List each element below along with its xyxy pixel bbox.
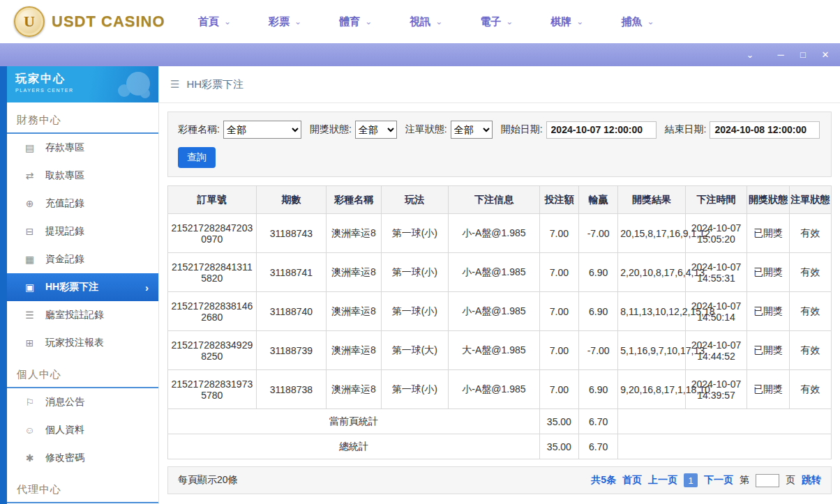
cell-lottery: 澳洲幸运8 bbox=[327, 292, 381, 331]
lottery-name-label: 彩種名稱: bbox=[178, 123, 220, 136]
pagination: 共5条 首页 上一页 1 下一页 第 页 跳转 bbox=[591, 473, 821, 487]
cell-period: 31188738 bbox=[256, 370, 327, 409]
lottery-name-select[interactable]: 全部 bbox=[223, 121, 301, 139]
withdraw-icon: ⇄ bbox=[24, 170, 36, 181]
sidebar-item-withdraw-record[interactable]: ⊟ 提現記錄 bbox=[7, 217, 158, 245]
next-page-link[interactable]: 下一页 bbox=[704, 474, 733, 487]
nav-item-live-video[interactable]: 視訊 ⌄ bbox=[410, 15, 442, 29]
sidebar-item-withdraw[interactable]: ⇄ 取款專區 bbox=[7, 162, 158, 190]
page-summary-winloss: 6.70 bbox=[579, 409, 618, 434]
sidebar: 玩家中心 PLAYERS CENTER 財務中心 ▤ 存款專區 ⇄ 取款專區 ⊕… bbox=[7, 66, 159, 504]
first-page-link[interactable]: 首页 bbox=[622, 474, 642, 487]
cell-bet-status: 有效 bbox=[789, 331, 831, 370]
total-summary-row: 總統計 35.00 6.70 bbox=[168, 434, 832, 459]
recharge-record-icon: ⊕ bbox=[24, 198, 36, 209]
top-bar: U USDT CASINO 首頁 ⌄ 彩票 ⌄ 體育 ⌄ 視訊 ⌄ 電子 ⌄ 棋… bbox=[0, 0, 840, 43]
col-amount: 投注額 bbox=[539, 186, 578, 214]
sidebar-item-recharge-record[interactable]: ⊕ 充值記錄 bbox=[7, 190, 158, 217]
total-summary-amount: 35.00 bbox=[539, 434, 578, 459]
cell-amount: 7.00 bbox=[539, 292, 578, 331]
cell-winloss: -7.00 bbox=[579, 331, 618, 370]
brand-logo[interactable]: U USDT CASINO bbox=[14, 6, 177, 37]
sidebar-item-profile[interactable]: ☺ 個人資料 bbox=[7, 416, 158, 444]
cell-bet-info: 小-A盤@1.985 bbox=[449, 370, 540, 409]
sidebar-item-player-bet-report[interactable]: ⊞ 玩家投注報表 bbox=[7, 329, 158, 357]
cell-bet-status: 有效 bbox=[789, 214, 831, 253]
nav-item-slots[interactable]: 電子 ⌄ bbox=[480, 15, 513, 29]
cell-play: 第一球(小) bbox=[381, 370, 449, 409]
nav-item-fishing[interactable]: 捕魚 ⌄ bbox=[621, 15, 654, 29]
bet-status-label: 注單狀態: bbox=[405, 123, 447, 136]
chevron-down-icon: ⌄ bbox=[506, 17, 513, 26]
page-jump-input[interactable] bbox=[756, 474, 779, 487]
col-bet-status: 注單狀態 bbox=[789, 186, 831, 214]
nav-item-lottery[interactable]: 彩票 ⌄ bbox=[269, 15, 301, 29]
sidebar-item-room-bet-record[interactable]: ☰ 廳室投註記錄 bbox=[7, 301, 158, 329]
chevron-down-icon: ⌄ bbox=[647, 17, 654, 26]
cell-amount: 7.00 bbox=[539, 214, 578, 253]
cell-order-id: 2152172828381462680 bbox=[168, 292, 257, 331]
nav-item-home[interactable]: 首頁 ⌄ bbox=[198, 15, 231, 29]
sidebar-item-hh-lottery-bets[interactable]: ▣ HH彩票下注 › bbox=[7, 273, 158, 301]
casino-logo-icon: U bbox=[14, 6, 45, 37]
close-icon[interactable]: ✕ bbox=[819, 49, 832, 60]
nav-item-label: 視訊 bbox=[410, 15, 430, 29]
cell-amount: 7.00 bbox=[539, 331, 578, 370]
table-row: 2152172828349298250 31188739 澳洲幸运8 第一球(大… bbox=[168, 331, 832, 370]
cell-lottery: 澳洲幸运8 bbox=[327, 331, 381, 370]
sidebar-item-label: 消息公告 bbox=[45, 396, 84, 408]
filter-row: 彩種名稱: 全部 開獎狀態: 全部 注單狀態: 全部 開始日期: 結束日期: bbox=[178, 121, 821, 139]
sidebar-item-label: HH彩票下注 bbox=[45, 281, 98, 293]
jump-link[interactable]: 跳转 bbox=[802, 474, 821, 487]
lottery-bets-icon: ▣ bbox=[24, 282, 36, 293]
cell-amount: 7.00 bbox=[539, 370, 578, 409]
sidebar-item-label: 個人資料 bbox=[45, 424, 84, 436]
bet-status-select[interactable]: 全部 bbox=[451, 121, 493, 139]
main-nav: 首頁 ⌄ 彩票 ⌄ 體育 ⌄ 視訊 ⌄ 電子 ⌄ 棋牌 ⌄ 捕魚 ⌄ bbox=[198, 15, 654, 29]
prev-page-link[interactable]: 上一页 bbox=[648, 474, 677, 487]
withdraw-record-icon: ⊟ bbox=[24, 226, 36, 237]
maximize-icon[interactable]: □ bbox=[797, 49, 809, 60]
table-header-row: 訂單號 期數 彩種名稱 玩法 下注信息 投注額 輸贏 開獎結果 下注時間 開獎狀… bbox=[168, 186, 832, 214]
cell-winloss: -7.00 bbox=[579, 214, 618, 253]
start-date-label: 開始日期: bbox=[501, 123, 543, 136]
cell-lottery: 澳洲幸运8 bbox=[327, 253, 381, 292]
window-edge-strip bbox=[0, 66, 7, 504]
sidebar-section-finance: 財務中心 bbox=[7, 102, 158, 134]
sidebar-section-personal: 個人中心 bbox=[7, 357, 158, 388]
cell-lottery: 澳洲幸运8 bbox=[327, 214, 381, 253]
main-content: ☰ HH彩票下注 彩種名稱: 全部 開獎狀態: 全部 注單狀態: 全部 bbox=[159, 66, 840, 504]
page-summary-row: 當前頁統計 35.00 6.70 bbox=[168, 409, 832, 434]
nav-item-sports[interactable]: 體育 ⌄ bbox=[339, 15, 372, 29]
start-date-input[interactable] bbox=[546, 121, 657, 139]
cell-draw-status: 已開獎 bbox=[747, 331, 789, 370]
cell-period: 31188739 bbox=[256, 331, 327, 370]
end-date-label: 結束日期: bbox=[665, 123, 707, 136]
sidebar-item-deposit[interactable]: ▤ 存款專區 bbox=[7, 134, 158, 162]
cell-period: 31188741 bbox=[256, 253, 327, 292]
hamburger-icon[interactable]: ☰ bbox=[170, 78, 179, 91]
sidebar-item-label: 廳室投註記錄 bbox=[45, 309, 104, 321]
content-body: 彩種名稱: 全部 開獎狀態: 全部 注單狀態: 全部 開始日期: 結束日期: bbox=[159, 103, 840, 503]
sidebar-item-label: 存款專區 bbox=[45, 142, 84, 154]
sidebar-item-announcements[interactable]: ⚐ 消息公告 bbox=[7, 388, 158, 416]
cell-winloss: 6.90 bbox=[579, 370, 618, 409]
end-date-input[interactable] bbox=[710, 121, 820, 139]
sidebar-item-fund-record[interactable]: ▦ 資金記錄 bbox=[7, 245, 158, 273]
sidebar-item-change-password[interactable]: ✱ 修改密碼 bbox=[7, 444, 158, 472]
cell-bet-status: 有效 bbox=[789, 370, 831, 409]
search-button[interactable]: 查詢 bbox=[178, 147, 216, 168]
minimize-icon[interactable]: ─ bbox=[774, 49, 787, 60]
total-summary-winloss: 6.70 bbox=[579, 434, 618, 459]
draw-status-select[interactable]: 全部 bbox=[355, 121, 397, 139]
current-page-button[interactable]: 1 bbox=[684, 473, 698, 487]
total-summary-empty bbox=[618, 434, 832, 459]
sidebar-item-label: 玩家投注報表 bbox=[45, 337, 104, 349]
nav-item-card-games[interactable]: 棋牌 ⌄ bbox=[550, 15, 583, 29]
draw-status-label: 開獎狀態: bbox=[310, 123, 352, 136]
window-dropdown-icon[interactable]: ⌄ bbox=[744, 49, 756, 60]
cell-winloss: 6.90 bbox=[579, 292, 618, 331]
table-footer: 每頁顯示20條 共5条 首页 上一页 1 下一页 第 页 跳转 bbox=[167, 466, 832, 494]
per-page-text: 每頁顯示20條 bbox=[178, 474, 238, 487]
sidebar-item-label: 資金記錄 bbox=[45, 253, 84, 266]
